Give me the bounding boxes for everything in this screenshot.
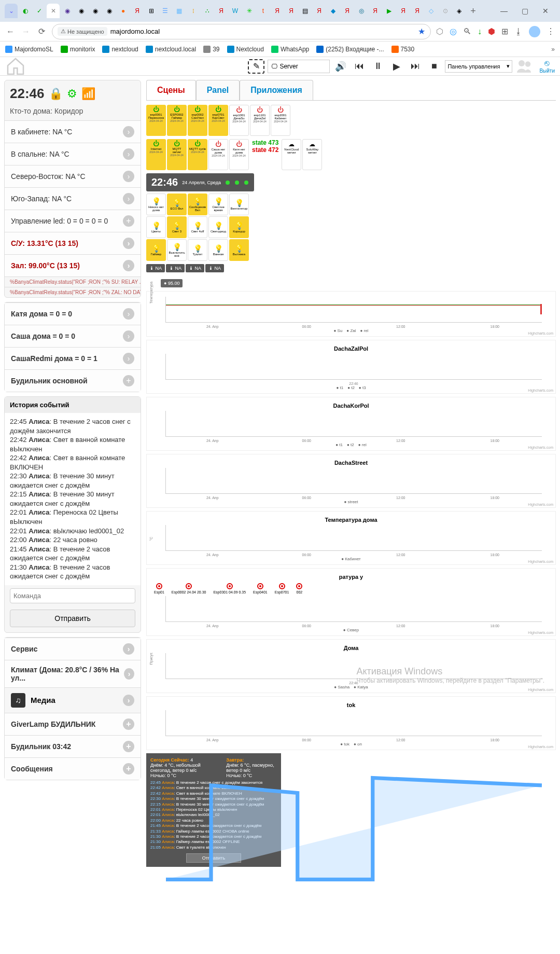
tab-22[interactable]: ▤ bbox=[299, 4, 312, 18]
room-row[interactable]: Зал: 99.00°C (13 15)› bbox=[5, 254, 141, 276]
window-maximize[interactable]: ▢ bbox=[514, 3, 535, 19]
tab-31[interactable]: ◇ bbox=[425, 4, 438, 18]
tab-21[interactable]: Я bbox=[285, 4, 298, 18]
tab-6[interactable]: ◉ bbox=[75, 4, 88, 18]
person-row[interactable]: СашаRedmi дома = 0 = 1› bbox=[5, 347, 141, 369]
room-row[interactable]: В кабинете: NA °C› bbox=[5, 120, 141, 143]
tab-8[interactable]: ◉ bbox=[103, 4, 116, 18]
window-close[interactable]: ✕ bbox=[535, 3, 556, 19]
menu-row[interactable]: GiverLamp БУДИЛЬНИК+ bbox=[5, 713, 141, 735]
control-tile[interactable]: 💡ECO Вкл bbox=[167, 193, 187, 215]
device-tile[interactable]: ⏻ESP0002 Гаймер2024-04-24 bbox=[167, 105, 187, 136]
tab-30[interactable]: Я bbox=[411, 4, 424, 18]
control-tile[interactable]: 💡Вытяжка bbox=[229, 239, 249, 261]
control-tile[interactable]: 💡Цветы bbox=[146, 216, 166, 238]
screen-select[interactable]: 🖵 Server bbox=[268, 60, 330, 73]
ublock-icon[interactable]: ⬢ bbox=[488, 26, 495, 36]
tab-3[interactable]: ✓ bbox=[33, 4, 46, 18]
home-icon[interactable] bbox=[5, 56, 26, 77]
bookmark-item[interactable]: nextcloud bbox=[102, 46, 138, 53]
control-tile[interactable]: 💡Гаймер bbox=[146, 239, 166, 261]
control-tile[interactable]: 💡Свет 4off bbox=[188, 216, 207, 238]
control-tile[interactable]: 💡Свет 3 bbox=[167, 216, 187, 238]
menu-row[interactable]: Сообщения+ bbox=[5, 757, 141, 780]
tab-2[interactable]: ◐ bbox=[19, 4, 32, 18]
control-tile[interactable]: 💡Никого нет дома bbox=[146, 193, 166, 215]
bookmark-item[interactable]: 39 bbox=[203, 46, 219, 53]
pause-icon[interactable]: ⏸ bbox=[370, 60, 386, 73]
tab-28[interactable]: ▶ bbox=[383, 4, 396, 18]
device-tile[interactable]: ⏻Катя нет дома2024-04-24 bbox=[229, 139, 249, 170]
tab-9[interactable]: ● bbox=[117, 4, 130, 18]
volume-icon[interactable]: 🔊 bbox=[333, 60, 348, 73]
zoom-icon[interactable]: 🔍︎ bbox=[463, 27, 471, 36]
lens-icon[interactable]: ◎ bbox=[450, 26, 457, 36]
menu-row[interactable]: Будильник 03:42+ bbox=[5, 735, 141, 757]
tab-apps[interactable]: Приложения bbox=[240, 80, 313, 100]
tab-33[interactable]: ◈ bbox=[453, 4, 466, 18]
tab-19[interactable]: t bbox=[257, 4, 270, 18]
tab-15[interactable]: ∴ bbox=[201, 4, 214, 18]
shield-icon[interactable]: ⬡ bbox=[436, 26, 443, 36]
tab-10[interactable]: Я bbox=[131, 4, 144, 18]
send-button[interactable]: Отправить bbox=[10, 610, 135, 627]
tab-18[interactable]: ✳ bbox=[243, 4, 256, 18]
media-row[interactable]: ♫Медиа› bbox=[5, 687, 141, 713]
control-tile[interactable]: 💡Ванная bbox=[208, 239, 228, 261]
device-tile[interactable]: ⏻esp0002 СанУзел2024-04-24 bbox=[188, 105, 207, 136]
tab-26[interactable]: ◎ bbox=[355, 4, 368, 18]
bookmark-item[interactable]: MajordomoSL bbox=[5, 46, 53, 53]
command-input[interactable] bbox=[10, 588, 135, 603]
extensions-icon[interactable]: ⊞ bbox=[501, 26, 508, 36]
device-tile[interactable]: ⏻esp1001 ДачаSu2024-04-24 bbox=[229, 105, 249, 136]
person-row[interactable]: Саша дома = 0 = 0› bbox=[5, 325, 141, 347]
tab-17[interactable]: W bbox=[229, 4, 242, 18]
download-tray-icon[interactable]: ⭳ bbox=[514, 27, 523, 36]
control-tile[interactable]: 💡Вентилятор bbox=[229, 193, 249, 215]
control-tile[interactable]: 💡Туалет bbox=[188, 239, 207, 261]
tab-25[interactable]: Я bbox=[341, 4, 354, 18]
stop-icon[interactable]: ■ bbox=[426, 60, 442, 73]
room-row[interactable]: В спальне: NA °C› bbox=[5, 143, 141, 165]
next-icon[interactable]: ⏭ bbox=[408, 60, 423, 73]
control-tile[interactable]: 💡Выключить всё bbox=[167, 239, 187, 261]
server-tile[interactable]: ☁NextCloud server bbox=[282, 139, 301, 170]
device-tile[interactable]: ⏻esp2001 Кабинет2024-04-24 bbox=[271, 105, 290, 136]
tab-27[interactable]: Я bbox=[369, 4, 382, 18]
bookmarks-overflow[interactable]: » bbox=[551, 46, 555, 53]
bookmark-item[interactable]: nextcloud.local bbox=[146, 46, 196, 53]
control-tile[interactable]: 💡Светлое время bbox=[208, 193, 228, 215]
star-icon[interactable]: ★ bbox=[418, 26, 425, 36]
tab-32[interactable]: ⊙ bbox=[439, 4, 452, 18]
tab-13[interactable]: ▦ bbox=[173, 4, 186, 18]
room-row[interactable]: Управление led: 0 = 0 = 0 = 0+ bbox=[5, 210, 141, 232]
control-tile[interactable]: 💡Сообщение Вкл bbox=[188, 193, 207, 215]
tab-14[interactable]: ⫶ bbox=[187, 4, 200, 18]
alarm-row[interactable]: Будильник основной + bbox=[5, 369, 141, 392]
device-tile[interactable]: ⏻Саша нет дома2024-04-24 bbox=[208, 139, 228, 170]
tab-new[interactable]: + bbox=[467, 4, 480, 18]
menu-icon[interactable]: ⋮ bbox=[547, 26, 555, 36]
edit-icon[interactable]: ✎ bbox=[248, 59, 264, 74]
prev-icon[interactable]: ⏮ bbox=[352, 60, 367, 73]
tab-16[interactable]: Я bbox=[215, 4, 228, 18]
tab-5[interactable]: ◉ bbox=[61, 4, 74, 18]
device-tile[interactable]: ⏻esp0701 КорСвет2024-04-24 bbox=[208, 105, 228, 136]
profile-icon[interactable] bbox=[529, 26, 540, 37]
url-input[interactable]: ⚠ Не защищено majordomo.local ★ bbox=[52, 24, 431, 39]
room-row[interactable]: Юго-Запад: NA °C› bbox=[5, 187, 141, 210]
bookmark-item[interactable]: (2252) Входящие -... bbox=[316, 46, 384, 53]
download-ok-icon[interactable]: ↓ bbox=[478, 27, 482, 36]
tab-1[interactable]: ⌄ bbox=[5, 4, 18, 18]
person-row[interactable]: Катя дома = 0 = 0› bbox=[5, 302, 141, 325]
tab-11[interactable]: ⊞ bbox=[145, 4, 158, 18]
tab-panel[interactable]: Panel bbox=[196, 80, 240, 100]
security-badge[interactable]: ⚠ Не защищено bbox=[58, 27, 107, 36]
tab-23[interactable]: Я bbox=[313, 4, 326, 18]
control-tile[interactable]: 💡Коридор bbox=[229, 216, 249, 238]
tab-29[interactable]: Я bbox=[397, 4, 410, 18]
panel-select[interactable]: Панель управления ▾ bbox=[445, 60, 512, 73]
menu-row[interactable]: Сервис› bbox=[5, 638, 141, 660]
device-tile[interactable]: ⏻esp0001 Переноска2024-04-24 bbox=[146, 105, 166, 136]
forward-button[interactable]: → bbox=[21, 26, 31, 37]
